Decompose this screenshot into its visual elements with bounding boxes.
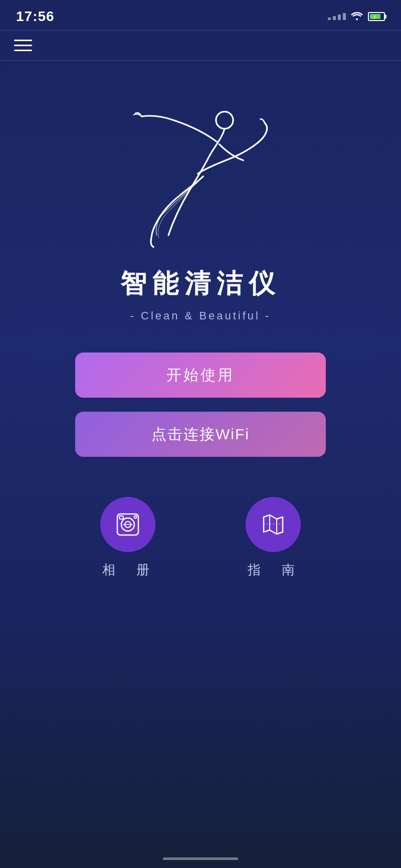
logo-figure — [120, 91, 281, 251]
bottom-icons: 相 册 指 南 — [100, 497, 301, 579]
album-icon-circle — [100, 497, 155, 552]
album-button[interactable]: 相 册 — [100, 497, 155, 579]
guide-label: 指 南 — [248, 561, 299, 579]
svg-rect-4 — [119, 516, 123, 519]
home-indicator — [163, 857, 238, 860]
guide-icon — [259, 510, 288, 539]
status-bar: 17:56 ⚡ — [0, 0, 401, 30]
svg-point-0 — [216, 112, 233, 129]
main-content: 智能清洁仪 - Clean & Beautiful - 开始使用 点击连接WiF… — [0, 61, 401, 579]
hamburger-line-3 — [14, 50, 32, 51]
svg-point-5 — [134, 516, 137, 518]
nav-bar — [0, 31, 401, 60]
menu-button[interactable] — [14, 40, 32, 51]
album-label: 相 册 — [102, 561, 153, 579]
start-button[interactable]: 开始使用 — [75, 353, 326, 398]
app-title: 智能清洁仪 — [120, 266, 281, 301]
guide-icon-circle — [246, 497, 301, 552]
album-icon — [113, 510, 142, 539]
wifi-connect-button[interactable]: 点击连接WiFi — [75, 412, 326, 457]
signal-icon — [328, 13, 346, 20]
hamburger-line-1 — [14, 40, 32, 41]
guide-button[interactable]: 指 南 — [246, 497, 301, 579]
wifi-icon — [351, 10, 363, 23]
app-subtitle: - Clean & Beautiful - — [130, 309, 271, 322]
hamburger-line-2 — [14, 45, 32, 46]
battery-icon: ⚡ — [368, 12, 385, 21]
status-icons: ⚡ — [328, 10, 385, 23]
status-time: 17:56 — [16, 9, 55, 25]
